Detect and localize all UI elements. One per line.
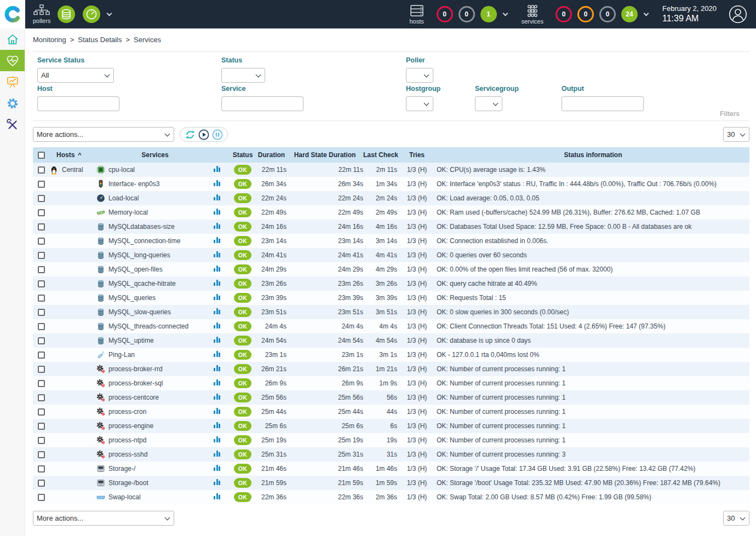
service-name[interactable]: process-broker-rrd — [108, 365, 163, 373]
service-name[interactable]: process-cron — [108, 408, 146, 416]
graph-icon[interactable] — [214, 379, 220, 385]
column-header-hosts[interactable]: Hosts^ — [49, 147, 96, 163]
row-checkbox[interactable] — [38, 252, 45, 259]
graph-icon[interactable] — [214, 365, 220, 371]
services-menu[interactable]: services — [522, 4, 543, 25]
service-name[interactable]: process-centcore — [108, 394, 159, 401]
service-name[interactable]: cpu-local — [108, 166, 135, 174]
graph-icon[interactable] — [214, 237, 220, 243]
row-checkbox[interactable] — [38, 480, 45, 487]
service-name[interactable]: MySQL_uptime — [108, 337, 154, 344]
service-name[interactable]: MySQL_queries — [108, 294, 156, 302]
column-header-duration[interactable]: Duration — [256, 147, 287, 163]
column-header-status-information[interactable]: Status information — [437, 147, 749, 163]
hosts-chevron-down-icon[interactable] — [502, 10, 508, 16]
service-name[interactable]: Storage-/ — [108, 465, 135, 472]
column-header-status[interactable]: Status — [229, 147, 256, 163]
graph-icon[interactable] — [214, 436, 220, 442]
row-checkbox[interactable] — [38, 451, 45, 458]
row-checkbox[interactable] — [38, 266, 45, 273]
hosts-down-counter[interactable]: 0 — [437, 6, 453, 22]
service-input[interactable] — [221, 96, 303, 111]
service-name[interactable]: process-ntpd — [108, 436, 146, 444]
output-input[interactable] — [562, 96, 644, 111]
row-checkbox[interactable] — [38, 323, 45, 330]
graph-icon[interactable] — [214, 322, 220, 328]
graph-icon[interactable] — [214, 209, 220, 215]
row-checkbox[interactable] — [38, 280, 45, 287]
page-size-select[interactable]: 30 — [723, 127, 749, 142]
poller-database-status-icon[interactable] — [57, 5, 76, 24]
row-checkbox[interactable] — [38, 181, 45, 188]
service-name[interactable]: process-sshd — [108, 451, 147, 458]
services-unknown-counter[interactable]: 0 — [599, 6, 616, 22]
graph-icon[interactable] — [214, 479, 220, 485]
service-name[interactable]: MySQL_qcache-hitrate — [108, 280, 176, 287]
row-checkbox[interactable] — [38, 195, 45, 202]
services-chevron-down-icon[interactable] — [644, 10, 649, 16]
breadcrumb-status-details[interactable]: Status Details — [78, 36, 122, 44]
row-checkbox[interactable] — [38, 209, 45, 216]
pollers-menu[interactable]: pollers — [33, 4, 50, 24]
row-checkbox[interactable] — [38, 437, 45, 444]
service-name[interactable]: Storage-/boot — [108, 479, 148, 487]
service-name[interactable]: Ping-Lan — [108, 351, 135, 359]
row-checkbox[interactable] — [38, 309, 45, 316]
row-checkbox[interactable] — [38, 366, 45, 373]
graph-icon[interactable] — [214, 294, 220, 300]
graph-icon[interactable] — [214, 280, 220, 286]
servicegroup-select[interactable] — [475, 96, 502, 111]
graph-icon[interactable] — [214, 223, 220, 229]
service-status-select[interactable]: All — [37, 68, 114, 83]
sidebar-item-configuration[interactable] — [0, 93, 25, 114]
graph-icon[interactable] — [214, 180, 220, 186]
pollers-chevron-down-icon[interactable] — [107, 10, 112, 16]
graph-icon[interactable] — [214, 493, 220, 499]
play-button[interactable] — [198, 129, 209, 140]
service-name[interactable]: Memory-local — [108, 209, 148, 216]
row-checkbox[interactable] — [38, 166, 45, 174]
row-checkbox[interactable] — [38, 465, 45, 472]
pause-button[interactable] — [212, 129, 223, 140]
graph-icon[interactable] — [214, 465, 220, 471]
row-checkbox[interactable] — [38, 238, 45, 245]
service-name[interactable]: MySQL_open-files — [108, 266, 163, 273]
more-actions-select-bottom[interactable]: More actions... — [33, 511, 174, 526]
row-checkbox[interactable] — [38, 408, 45, 416]
poller-select[interactable] — [406, 68, 433, 83]
service-name[interactable]: MySQL_threads-connected — [108, 322, 188, 330]
centreon-logo[interactable] — [0, 0, 25, 28]
column-header-hard-state-duration[interactable]: Hard State Duration — [287, 147, 363, 163]
graph-icon[interactable] — [214, 194, 220, 200]
column-header-last-check[interactable]: Last Check — [363, 147, 397, 163]
graph-icon[interactable] — [214, 351, 220, 357]
refresh-button[interactable] — [185, 129, 196, 140]
select-all-checkbox[interactable] — [38, 152, 45, 159]
graph-icon[interactable] — [214, 266, 220, 272]
graph-icon[interactable] — [214, 422, 220, 428]
row-checkbox[interactable] — [38, 494, 45, 501]
breadcrumb-monitoring[interactable]: Monitoring — [33, 36, 66, 44]
services-critical-counter[interactable]: 0 — [555, 6, 572, 22]
column-header-tries[interactable]: Tries — [397, 147, 437, 163]
graph-icon[interactable] — [214, 394, 220, 400]
service-name[interactable]: Swap-local — [108, 493, 141, 501]
filters-tab[interactable]: Filters — [713, 107, 746, 120]
graph-icon[interactable] — [214, 451, 220, 457]
service-name[interactable]: MySQL_connection-time — [108, 237, 180, 245]
service-name[interactable]: MySQL_slow-queries — [108, 308, 171, 316]
service-name[interactable]: MySQLdatabases-size — [108, 223, 175, 230]
row-checkbox[interactable] — [38, 380, 45, 387]
service-name[interactable]: process-engine — [108, 422, 153, 430]
service-name[interactable]: Load-local — [108, 194, 139, 202]
row-checkbox[interactable] — [38, 423, 45, 430]
row-checkbox[interactable] — [38, 394, 45, 401]
graph-icon[interactable] — [214, 308, 220, 314]
row-checkbox[interactable] — [38, 295, 45, 302]
service-name[interactable]: Interface- enp0s3 — [108, 180, 159, 188]
graph-icon[interactable] — [214, 251, 220, 257]
more-actions-select[interactable]: More actions... — [33, 127, 174, 142]
sidebar-item-home[interactable] — [0, 28, 25, 50]
sidebar-item-reporting[interactable] — [0, 71, 25, 93]
graph-icon[interactable] — [214, 408, 220, 414]
